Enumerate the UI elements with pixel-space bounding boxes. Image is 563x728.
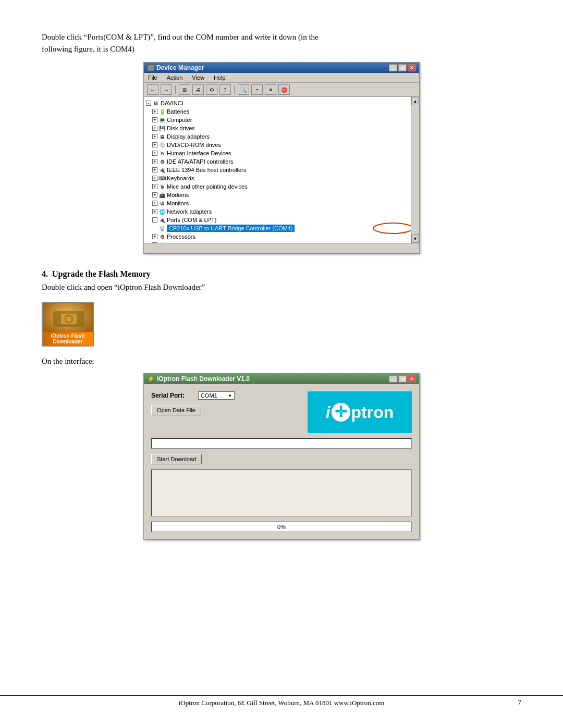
tree-item-batteries[interactable]: + 🔋 Batteries — [146, 107, 409, 116]
scroll-up-button[interactable]: ▲ — [411, 97, 419, 105]
tree-item-dvd[interactable]: + 💿 DVD/CD-ROM drives — [146, 141, 409, 149]
device-manager-tree: - 🖥 DAVINCI + 🔋 Batteries + 💻 Computer + — [144, 97, 411, 243]
fd-file-bar — [151, 438, 412, 449]
menu-file[interactable]: File — [146, 74, 160, 81]
tree-label-dvd: DVD/CD-ROM drives — [167, 142, 221, 148]
tree-item-davinci[interactable]: - 🖥 DAVINCI — [146, 99, 409, 107]
toolbar-btn8[interactable]: ⛔ — [278, 84, 290, 95]
fd-minimize-button[interactable]: _ — [389, 375, 397, 382]
fd-text-area[interactable] — [151, 470, 412, 516]
tree-item-ide[interactable]: + ⚙ IDE ATA/ATAPI controllers — [146, 157, 409, 166]
ioptron-flash-icon[interactable]: iOptron FlashDownloader — [42, 302, 94, 347]
icon-monitor: 🖥 — [158, 200, 166, 207]
fd-open-data-row: Open Data File — [151, 405, 300, 415]
toolbar-forward[interactable]: → — [161, 84, 172, 95]
scroll-down-button[interactable]: ▼ — [411, 235, 419, 243]
minimize-button[interactable]: _ — [389, 64, 397, 71]
expander-ports[interactable]: - — [152, 217, 157, 223]
expander-computer[interactable]: + — [152, 117, 157, 122]
tree-label-display: Display adapters — [167, 133, 210, 140]
com4-oval-highlight — [372, 222, 411, 235]
tree-item-display[interactable]: + 🖥 Display adapters — [146, 132, 409, 141]
expander-monitors[interactable]: + — [152, 201, 157, 206]
ioptron-icon-image — [43, 303, 93, 335]
icon-ports: 🔌 — [158, 216, 166, 224]
fd-content-area: Serial Port: COM1 ▼ Open Data File i — [151, 391, 412, 433]
tree-item-network[interactable]: + 🌐 Network adapters — [146, 207, 409, 216]
icon-scsi: 💿 — [158, 241, 166, 243]
intro-text: Double click “Ports(COM & LPT)”, find ou… — [42, 31, 521, 55]
scroll-track[interactable] — [411, 105, 419, 235]
tree-label-processors: Processors — [167, 233, 195, 240]
tree-item-mice[interactable]: + 🖱 Mice and other pointing devices — [146, 182, 409, 191]
tree-item-modems[interactable]: + 📠 Modems — [146, 191, 409, 199]
page-number: 7 — [518, 699, 521, 707]
expander-scsi[interactable]: + — [152, 242, 157, 243]
device-manager-scrollbar[interactable]: ▲ ▼ — [411, 97, 419, 243]
fd-comport-select[interactable]: COM1 ▼ — [198, 391, 235, 400]
icon-computer: 🖥 — [152, 100, 160, 107]
tree-item-scsi[interactable]: + 💿 SCSI and RAID controllers — [146, 241, 409, 243]
tree-item-monitors[interactable]: + 🖥 Monitors — [146, 199, 409, 207]
tree-item-computer[interactable]: + 💻 Computer — [146, 116, 409, 124]
toolbar-btn2[interactable]: 🖨 — [192, 84, 204, 95]
close-button[interactable]: ✕ — [408, 64, 416, 71]
device-manager-window: Device Manager _ ▭ ✕ File Action View He… — [143, 62, 420, 254]
toolbar-btn7[interactable]: ✕ — [265, 84, 276, 95]
menu-help[interactable]: Help — [212, 74, 228, 81]
expander-disk[interactable]: + — [152, 126, 157, 131]
tree-item-ports[interactable]: - 🔌 Ports (COM & LPT) — [146, 216, 409, 224]
tree-label-hid: Human Interface Devices — [167, 150, 231, 156]
tree-item-ieee[interactable]: + 🔌 IEEE 1394 Bus host controllers — [146, 166, 409, 174]
expander-hid[interactable]: + — [152, 151, 157, 156]
expander-display[interactable]: + — [152, 134, 157, 139]
expander-mice[interactable]: + — [152, 184, 157, 189]
logo-plus: ✛ — [335, 405, 347, 419]
ioptron-logo: i ✛ ptron — [326, 403, 394, 422]
toolbar-btn5[interactable]: 🔍 — [238, 84, 249, 95]
tree-item-disk[interactable]: + 💾 Disk drives — [146, 124, 409, 132]
svg-point-0 — [373, 223, 411, 233]
toolbar-btn3[interactable]: ⚙ — [206, 84, 217, 95]
toolbar-btn1[interactable]: ⊞ — [179, 84, 190, 95]
section4-heading: 4. Upgrade the Flash Memory — [42, 269, 521, 279]
expander-network[interactable]: + — [152, 209, 157, 214]
menu-view[interactable]: View — [190, 74, 206, 81]
fd-progress-text: 0% — [277, 524, 286, 530]
toolbar-btn6[interactable]: ≡ — [251, 84, 263, 95]
menu-action[interactable]: Action — [165, 74, 185, 81]
expander-davinci[interactable]: - — [146, 101, 151, 106]
icon-dvd: 💿 — [158, 141, 166, 149]
tree-label-computer: Computer — [167, 117, 192, 123]
tree-item-com4[interactable]: 📡 CP210x USB to UART Bridge Controller (… — [146, 224, 409, 232]
start-download-button[interactable]: Start Download — [151, 454, 202, 464]
device-manager-title: Device Manager — [156, 64, 204, 71]
fd-close-button[interactable]: ✕ — [408, 375, 416, 382]
icon-network: 🌐 — [158, 208, 166, 215]
tree-label-disk: Disk drives — [167, 125, 195, 131]
tree-label-mice: Mice and other pointing devices — [167, 183, 248, 190]
expander-keyboards[interactable]: + — [152, 176, 157, 181]
tree-item-hid[interactable]: + 🖱 Human Interface Devices — [146, 149, 409, 157]
expander-batteries[interactable]: + — [152, 109, 157, 114]
expander-ide[interactable]: + — [152, 159, 157, 164]
device-manager-title-icon — [147, 64, 154, 71]
toolbar-back[interactable]: ← — [147, 84, 158, 95]
fd-restore-button[interactable]: ▭ — [398, 375, 407, 382]
tree-item-keyboards[interactable]: + ⌨ Keyboards — [146, 174, 409, 182]
ioptron-icon-label: iOptron FlashDownloader — [43, 332, 93, 346]
icon-hid: 🖱 — [158, 150, 166, 157]
fd-left-panel: Serial Port: COM1 ▼ Open Data File — [151, 391, 300, 433]
fd-logo-area: i ✛ ptron — [308, 391, 412, 433]
expander-dvd[interactable]: + — [152, 142, 157, 147]
expander-ieee[interactable]: + — [152, 167, 157, 172]
expander-processors[interactable]: + — [152, 234, 157, 239]
expander-modems[interactable]: + — [152, 192, 157, 198]
fd-select-arrow[interactable]: ▼ — [228, 393, 232, 398]
restore-button[interactable]: ▭ — [398, 64, 407, 71]
tree-label-modems: Modems — [167, 192, 189, 198]
tree-item-processors[interactable]: + ⚙ Processors — [146, 232, 409, 241]
toolbar-btn4[interactable]: ? — [219, 84, 231, 95]
open-data-file-button[interactable]: Open Data File — [151, 405, 201, 415]
footer-text: iOptron Corporation, 6E Gill Street, Wob… — [179, 699, 385, 707]
